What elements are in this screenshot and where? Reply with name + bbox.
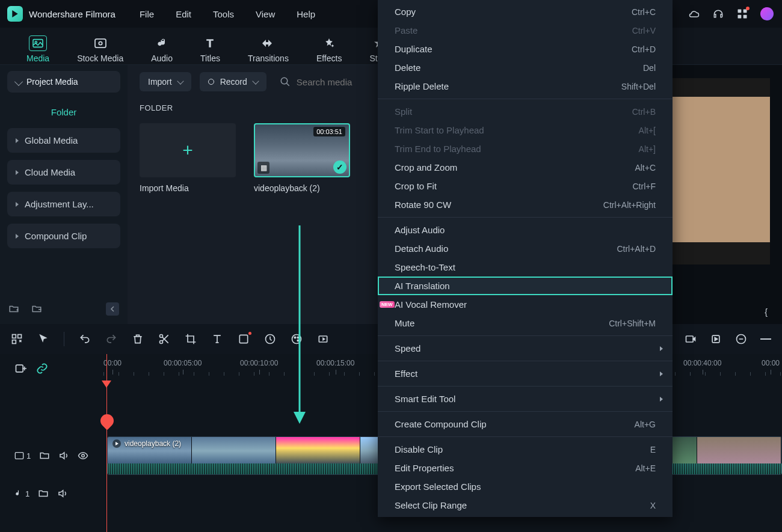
search-media[interactable] (280, 76, 381, 87)
ctx-disable-clip[interactable]: Disable ClipE (378, 440, 673, 459)
tab-transitions[interactable]: Transitions (248, 35, 289, 64)
ctx-detach-audio[interactable]: Detach AudioCtrl+Alt+D (378, 239, 673, 258)
templates-icon[interactable] (11, 333, 23, 345)
svg-point-17 (294, 337, 296, 338)
ctx-ripple-delete[interactable]: Ripple DeleteShift+Del (378, 77, 673, 96)
zoom-slider[interactable] (760, 338, 771, 340)
ctx-effect[interactable]: Effect (378, 364, 673, 383)
ctx-create-compound-clip[interactable]: Create Compound ClipAlt+G (378, 415, 673, 433)
visibility-icon[interactable] (78, 450, 88, 461)
split-icon[interactable] (158, 333, 170, 345)
headset-icon[interactable] (712, 8, 724, 20)
marker-icon[interactable] (710, 333, 722, 345)
audio-mute-icon[interactable] (57, 488, 68, 499)
svg-point-8 (281, 78, 288, 84)
menu-view[interactable]: View (256, 9, 275, 19)
ctx-duplicate[interactable]: DuplicateCtrl+D (378, 40, 673, 58)
clip-duration: 00:03:51 (313, 127, 345, 136)
new-folder-icon[interactable] (8, 304, 19, 314)
ctx-rotate-90-cw[interactable]: Rotate 90 CWCtrl+Alt+Right (378, 195, 673, 214)
crop-icon[interactable] (185, 333, 197, 345)
app-name: Wondershare Filmora (29, 9, 115, 19)
apps-icon[interactable] (736, 8, 748, 20)
tab-effects[interactable]: Effects (316, 35, 342, 64)
tab-stock-media[interactable]: Stock Media (77, 35, 123, 64)
sidebar-adjustment-layer[interactable]: Adjustment Lay... (7, 192, 120, 216)
sidebar-global-media[interactable]: Global Media (7, 128, 120, 153)
svg-rect-14 (239, 335, 247, 343)
ctx-speech-to-text[interactable]: Speech-to-Text (378, 258, 673, 277)
menu-edit[interactable]: Edit (176, 9, 191, 19)
ctx-mute[interactable]: MuteCtrl+Shift+M (378, 314, 673, 332)
delete-icon[interactable] (132, 333, 144, 345)
tab-titles[interactable]: Titles (200, 35, 220, 64)
keyframe-brace[interactable]: { (765, 307, 768, 317)
ctx-ai-vocal-remover[interactable]: AI Vocal RemoverNEW (378, 295, 673, 314)
delete-folder-icon[interactable] (31, 304, 42, 314)
ctx-adjust-audio[interactable]: Adjust Audio (378, 221, 673, 239)
search-icon (280, 76, 291, 87)
project-media-dropdown[interactable]: Project Media (7, 71, 120, 93)
ctx-paste: PasteCtrl+V (378, 21, 673, 40)
ctx-crop-and-zoom[interactable]: Crop and ZoomAlt+C (378, 158, 673, 177)
link-icon[interactable] (36, 362, 48, 375)
menu-tools[interactable]: Tools (213, 9, 234, 19)
tab-media[interactable]: Media (26, 35, 49, 64)
audio-track-label: 1 (14, 489, 29, 498)
zoom-out-icon[interactable] (735, 333, 747, 345)
audio-folder-icon[interactable] (38, 488, 49, 499)
menu-help[interactable]: Help (297, 9, 315, 19)
svg-point-7 (99, 41, 102, 44)
collapse-sidebar-icon[interactable] (106, 302, 119, 316)
film-icon: ▦ (257, 162, 269, 174)
playhead[interactable] (106, 354, 107, 532)
ctx-copy[interactable]: CopyCtrl+C (378, 2, 673, 21)
ctx-smart-edit-tool[interactable]: Smart Edit Tool (378, 390, 673, 408)
svg-rect-24 (16, 365, 23, 372)
ctx-delete[interactable]: DeleteDel (378, 58, 673, 77)
search-input[interactable] (297, 77, 381, 87)
redo-icon[interactable] (105, 333, 117, 345)
folder-label: Folder (7, 99, 120, 128)
ctx-speed[interactable]: Speed (378, 339, 673, 358)
keyframe-icon[interactable] (317, 333, 329, 345)
sidebar-cloud-media[interactable]: Cloud Media (7, 160, 120, 185)
main-menu: File Edit Tools View Help (140, 9, 315, 19)
svg-rect-9 (13, 335, 16, 338)
ctx-export-selected-clips[interactable]: Export Selected Clips (378, 477, 673, 496)
ctx-crop-to-fit[interactable]: Crop to FitCtrl+F (378, 177, 673, 195)
context-menu: CopyCtrl+CPasteCtrl+VDuplicateCtrl+DDele… (378, 0, 673, 517)
record-dropdown[interactable]: Record (200, 72, 266, 91)
sidebar-compound-clip[interactable]: Compound Clip (7, 224, 120, 248)
folder-icon[interactable] (39, 450, 50, 461)
color-icon[interactable] (291, 333, 303, 345)
cursor-icon[interactable] (37, 333, 49, 345)
video-track-label: 1 (14, 451, 31, 460)
menu-file[interactable]: File (140, 9, 154, 19)
ctx-edit-properties[interactable]: Edit PropertiesAlt+E (378, 459, 673, 477)
svg-rect-3 (744, 15, 747, 19)
svg-rect-10 (18, 335, 22, 338)
add-track-icon[interactable] (14, 362, 26, 375)
import-media-tile[interactable]: + Import Media (140, 123, 236, 193)
media-clip-tile[interactable]: 00:03:51 ▦ ✓ videoplayback (2) (254, 123, 350, 193)
import-dropdown[interactable]: Import (140, 72, 191, 91)
svg-point-19 (297, 340, 299, 341)
speed-icon[interactable] (264, 333, 276, 345)
svg-rect-1 (744, 10, 747, 13)
svg-point-18 (297, 337, 299, 338)
tab-audio[interactable]: Audio (151, 35, 173, 64)
render-icon[interactable] (685, 333, 697, 345)
mute-icon[interactable] (58, 450, 69, 461)
text-icon[interactable] (211, 333, 223, 345)
svg-rect-6 (95, 39, 106, 47)
undo-icon[interactable] (79, 333, 91, 345)
ctx-split: SplitCtrl+B (378, 102, 673, 121)
svg-point-26 (82, 454, 85, 457)
user-avatar[interactable] (760, 7, 774, 20)
cloud-icon[interactable] (688, 8, 700, 20)
svg-point-16 (292, 335, 301, 344)
ctx-ai-translation[interactable]: AI Translation (378, 277, 673, 295)
crop-fit-icon[interactable] (238, 333, 250, 345)
ctx-select-clip-range[interactable]: Select Clip RangeX (378, 496, 673, 515)
